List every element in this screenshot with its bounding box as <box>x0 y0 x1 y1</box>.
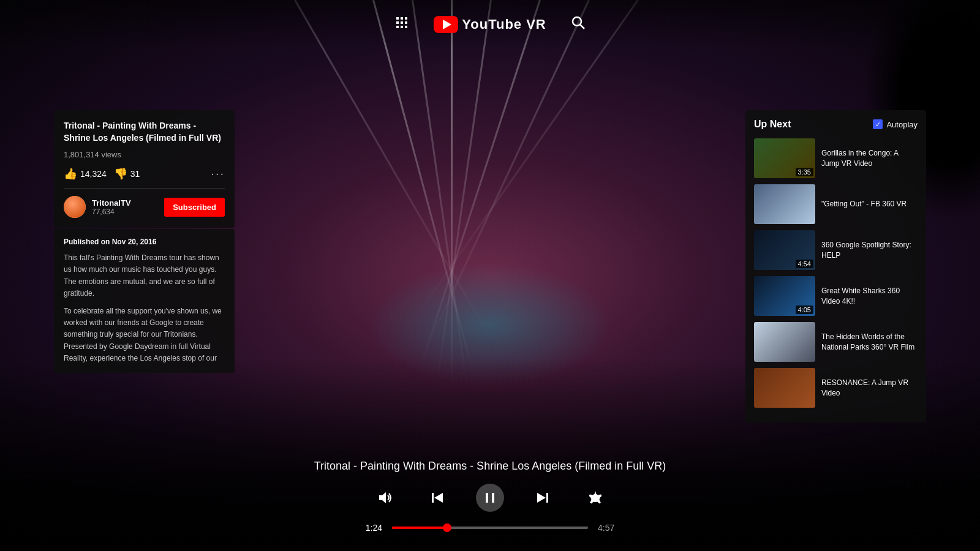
like-count: 14,324 <box>80 169 107 179</box>
channel-name: TritonalTV <box>92 198 158 208</box>
svg-marker-13 <box>434 493 443 503</box>
video-item-title: "Getting Out" - FB 360 VR <box>821 199 918 209</box>
upnext-video-item[interactable]: 3:35 Gorillas in the Congo: A Jump VR Vi… <box>754 138 918 178</box>
svg-rect-2 <box>405 17 407 20</box>
volume-button[interactable] <box>371 484 399 512</box>
current-video-title: Tritonal - Painting With Dreams - Shrine… <box>64 120 225 144</box>
upnext-video-item[interactable]: "Getting Out" - FB 360 VR <box>754 184 918 224</box>
previous-button[interactable] <box>423 484 451 512</box>
svg-rect-14 <box>486 493 488 503</box>
svg-rect-7 <box>401 26 403 28</box>
svg-rect-4 <box>401 21 403 24</box>
bottom-controls: Tritonal - Painting With Dreams - Shrine… <box>0 460 980 551</box>
channel-info: TritonalTV 77,634 <box>92 198 158 216</box>
upnext-video-item[interactable]: 4:05 Great White Sharks 360 Video 4K!! <box>754 276 918 316</box>
svg-point-9 <box>573 17 581 26</box>
upnext-list: 3:35 Gorillas in the Congo: A Jump VR Vi… <box>754 138 918 408</box>
avatar <box>64 196 86 218</box>
progress-row: 1:24 4:57 <box>0 523 980 533</box>
grid-menu-icon[interactable] <box>394 15 409 34</box>
svg-marker-11 <box>379 492 386 503</box>
svg-rect-12 <box>432 493 434 503</box>
video-item-title: 360 Google Spotlight Story: HELP <box>821 240 918 261</box>
svg-rect-1 <box>401 17 403 20</box>
autoplay-toggle[interactable]: ✓ Autoplay <box>873 119 918 129</box>
svg-line-10 <box>580 24 584 29</box>
svg-marker-17 <box>537 493 546 503</box>
description-text-2: To celebrate all the support you've show… <box>64 305 225 364</box>
svg-rect-5 <box>405 21 407 24</box>
video-item-info: "Getting Out" - FB 360 VR <box>821 184 918 224</box>
upnext-title: Up Next <box>754 119 791 130</box>
upnext-panel: Up Next ✓ Autoplay 3:35 Gorillas in the … <box>745 110 926 422</box>
svg-rect-3 <box>396 21 399 24</box>
video-item-info: Great White Sharks 360 Video 4K!! <box>821 276 918 316</box>
video-item-title: Gorillas in the Congo: A Jump VR Video <box>821 148 918 169</box>
more-options-button[interactable]: ··· <box>211 167 225 181</box>
time-total: 4:57 <box>598 523 614 533</box>
thumb-duration: 4:05 <box>796 305 813 314</box>
info-panel: Tritonal - Painting With Dreams - Shrine… <box>54 110 235 373</box>
video-thumbnail: 4:05 <box>754 276 815 316</box>
thumbs-down-icon: 👎 <box>114 167 127 181</box>
youtube-wordmark: YouTube VR <box>462 17 546 32</box>
dislike-count: 31 <box>130 169 140 179</box>
upnext-video-item[interactable]: The Hidden Worlds of the National Parks … <box>754 322 918 362</box>
video-item-info: Gorillas in the Congo: A Jump VR Video <box>821 138 918 178</box>
video-thumbnail: 4:54 <box>754 230 815 270</box>
next-button[interactable] <box>529 484 557 512</box>
thumb-duration: 3:35 <box>796 168 813 176</box>
channel-bar: TritonalTV 77,634 Subscribed <box>64 196 225 218</box>
subscriber-count: 77,634 <box>92 208 158 216</box>
like-button[interactable]: 👍 14,324 <box>64 167 107 181</box>
autoplay-label: Autoplay <box>886 120 918 129</box>
video-thumbnail: 3:35 <box>754 138 815 178</box>
published-date: Published on Nov 20, 2016 <box>64 238 225 246</box>
top-navigation: YouTube VR <box>0 0 980 49</box>
progress-fill <box>392 527 447 529</box>
video-item-title: RESONANCE: A Jump VR Video <box>821 378 918 399</box>
svg-rect-6 <box>396 26 399 28</box>
video-item-title: The Hidden Worlds of the National Parks … <box>821 332 918 353</box>
video-item-title: Great White Sharks 360 Video 4K!! <box>821 286 918 307</box>
autoplay-checkbox-icon: ✓ <box>873 119 883 129</box>
video-item-info: The Hidden Worlds of the National Parks … <box>821 322 918 362</box>
video-item-info: RESONANCE: A Jump VR Video <box>821 368 918 408</box>
controls-row <box>0 484 980 512</box>
youtube-logo: YouTube VR <box>434 16 546 33</box>
action-bar: 👍 14,324 👎 31 ··· <box>64 167 225 189</box>
upnext-header: Up Next ✓ Autoplay <box>754 119 918 130</box>
description-text-1: This fall's Painting With Dreams tour ha… <box>64 252 225 299</box>
video-thumbnail <box>754 184 815 224</box>
upnext-video-item[interactable]: 4:54 360 Google Spotlight Story: HELP <box>754 230 918 270</box>
thumb-duration: 4:54 <box>796 260 813 268</box>
svg-rect-15 <box>492 493 494 503</box>
search-icon[interactable] <box>571 15 586 34</box>
pause-button[interactable] <box>476 484 504 512</box>
svg-rect-0 <box>396 17 399 20</box>
description-box: Published on Nov 20, 2016 This fall's Pa… <box>54 229 235 373</box>
thumbs-up-icon: 👍 <box>64 167 77 181</box>
view-count: 1,801,314 views <box>64 150 225 159</box>
video-info-box: Tritonal - Painting With Dreams - Shrine… <box>54 110 235 228</box>
progress-bar[interactable] <box>392 527 588 529</box>
settings-button[interactable] <box>581 484 609 512</box>
video-thumbnail <box>754 368 815 408</box>
dislike-button[interactable]: 👎 31 <box>114 167 140 181</box>
video-thumbnail <box>754 322 815 362</box>
svg-rect-8 <box>405 26 407 28</box>
time-current: 1:24 <box>366 523 382 533</box>
subscribe-button[interactable]: Subscribed <box>164 198 225 217</box>
youtube-play-icon <box>434 16 458 33</box>
playback-video-title: Tritonal - Painting With Dreams - Shrine… <box>0 460 980 473</box>
video-item-info: 360 Google Spotlight Story: HELP <box>821 230 918 270</box>
upnext-video-item[interactable]: RESONANCE: A Jump VR Video <box>754 368 918 408</box>
progress-handle[interactable] <box>443 523 451 532</box>
svg-rect-16 <box>546 493 548 503</box>
